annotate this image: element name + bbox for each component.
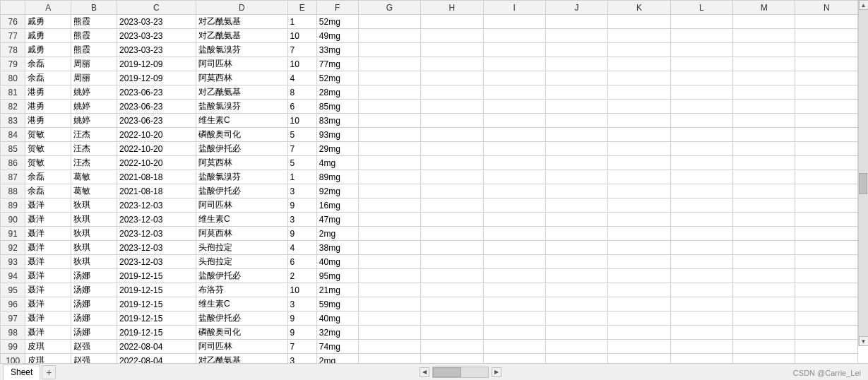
cell-b[interactable]: 熊霞	[71, 29, 117, 43]
cell-j[interactable]	[545, 43, 607, 57]
cell-e[interactable]: 4	[287, 71, 316, 85]
row-number[interactable]: 86	[1, 156, 25, 170]
cell-i[interactable]	[483, 255, 545, 269]
cell-a[interactable]: 皮琪	[25, 354, 71, 364]
cell-n[interactable]	[795, 85, 858, 100]
cell-l[interactable]	[670, 184, 732, 198]
cell-j[interactable]	[545, 198, 607, 213]
cell-n[interactable]	[795, 283, 858, 297]
cell-e[interactable]: 2	[287, 269, 316, 283]
cell-e[interactable]: 6	[287, 100, 316, 114]
cell-b[interactable]: 周丽	[71, 71, 117, 85]
row-number[interactable]: 92	[1, 241, 25, 255]
col-header-b[interactable]: B	[71, 1, 117, 15]
cell-g[interactable]	[358, 227, 420, 241]
cell-i[interactable]	[483, 57, 545, 71]
cell-h[interactable]	[421, 142, 483, 156]
cell-d[interactable]: 对乙酰氨基	[196, 15, 287, 29]
cell-k[interactable]	[608, 269, 670, 283]
row-number[interactable]: 78	[1, 43, 25, 57]
cell-l[interactable]	[670, 354, 732, 364]
cell-c[interactable]: 2023-12-03	[117, 213, 196, 227]
cell-m[interactable]	[733, 311, 795, 326]
cell-m[interactable]	[733, 142, 795, 156]
cell-n[interactable]	[795, 128, 858, 142]
cell-b[interactable]: 汤娜	[71, 297, 117, 311]
cell-f[interactable]: 49mg	[316, 29, 358, 43]
cell-e[interactable]: 3	[287, 297, 316, 311]
cell-d[interactable]: 阿司匹林	[196, 57, 287, 71]
cell-i[interactable]	[483, 227, 545, 241]
cell-g[interactable]	[358, 340, 420, 354]
cell-j[interactable]	[545, 15, 607, 29]
cell-g[interactable]	[358, 156, 420, 170]
cell-h[interactable]	[421, 184, 483, 198]
cell-b[interactable]: 姚婷	[71, 114, 117, 128]
table-row[interactable]: 99皮琪赵强2022-08-04阿司匹林774mg	[1, 340, 858, 354]
cell-i[interactable]	[483, 170, 545, 184]
table-row[interactable]: 91聂洋狄琪2023-12-03阿莫西林92mg	[1, 227, 858, 241]
cell-i[interactable]	[483, 142, 545, 156]
cell-d[interactable]: 磷酸奥司化	[196, 128, 287, 142]
cell-k[interactable]	[608, 43, 670, 57]
cell-f[interactable]: 85mg	[316, 100, 358, 114]
cell-l[interactable]	[670, 85, 732, 100]
cell-e[interactable]: 3	[287, 354, 316, 364]
cell-c[interactable]: 2023-03-23	[117, 43, 196, 57]
cell-m[interactable]	[733, 71, 795, 85]
cell-i[interactable]	[483, 43, 545, 57]
cell-e[interactable]: 9	[287, 326, 316, 340]
cell-f[interactable]: 47mg	[316, 213, 358, 227]
table-row[interactable]: 90聂洋狄琪2023-12-03维生素C347mg	[1, 213, 858, 227]
cell-j[interactable]	[545, 128, 607, 142]
cell-f[interactable]: 40mg	[316, 255, 358, 269]
table-row[interactable]: 79余磊周丽2019-12-09阿司匹林1077mg	[1, 57, 858, 71]
cell-f[interactable]: 32mg	[316, 326, 358, 340]
table-row[interactable]: 96聂洋汤娜2019-12-15维生素C359mg	[1, 297, 858, 311]
cell-c[interactable]: 2021-08-18	[117, 184, 196, 198]
cell-j[interactable]	[545, 184, 607, 198]
cell-h[interactable]	[421, 255, 483, 269]
cell-a[interactable]: 聂洋	[25, 255, 71, 269]
cell-n[interactable]	[795, 71, 858, 85]
cell-j[interactable]	[545, 71, 607, 85]
cell-f[interactable]: 28mg	[316, 85, 358, 100]
cell-l[interactable]	[670, 71, 732, 85]
cell-b[interactable]: 葛敏	[71, 184, 117, 198]
cell-l[interactable]	[670, 311, 732, 326]
cell-c[interactable]: 2019-12-15	[117, 311, 196, 326]
col-header-l[interactable]: L	[670, 1, 732, 15]
cell-k[interactable]	[608, 29, 670, 43]
cell-m[interactable]	[733, 326, 795, 340]
cell-l[interactable]	[670, 43, 732, 57]
cell-b[interactable]: 葛敏	[71, 170, 117, 184]
cell-f[interactable]: 16mg	[316, 198, 358, 213]
cell-m[interactable]	[733, 198, 795, 213]
cell-e[interactable]: 5	[287, 128, 316, 142]
cell-m[interactable]	[733, 340, 795, 354]
cell-m[interactable]	[733, 184, 795, 198]
cell-n[interactable]	[795, 255, 858, 269]
horizontal-scroll-track[interactable]	[432, 367, 489, 378]
table-row[interactable]: 95聂洋汤娜2019-12-15布洛芬1021mg	[1, 283, 858, 297]
cell-h[interactable]	[421, 156, 483, 170]
cell-e[interactable]: 7	[287, 142, 316, 156]
cell-n[interactable]	[795, 326, 858, 340]
cell-a[interactable]: 皮琪	[25, 340, 71, 354]
cell-j[interactable]	[545, 227, 607, 241]
row-number[interactable]: 85	[1, 142, 25, 156]
cell-g[interactable]	[358, 283, 420, 297]
cell-b[interactable]: 熊霞	[71, 43, 117, 57]
table-row[interactable]: 98聂洋汤娜2019-12-15磷酸奥司化932mg	[1, 326, 858, 340]
cell-h[interactable]	[421, 283, 483, 297]
cell-d[interactable]: 盐酸氯溴芬	[196, 100, 287, 114]
cell-m[interactable]	[733, 255, 795, 269]
cell-c[interactable]: 2022-08-04	[117, 340, 196, 354]
cell-g[interactable]	[358, 15, 420, 29]
cell-g[interactable]	[358, 354, 420, 364]
cell-j[interactable]	[545, 354, 607, 364]
horizontal-scroll-thumb[interactable]	[433, 367, 461, 377]
cell-c[interactable]: 2021-08-18	[117, 170, 196, 184]
cell-l[interactable]	[670, 283, 732, 297]
cell-b[interactable]: 狄琪	[71, 241, 117, 255]
